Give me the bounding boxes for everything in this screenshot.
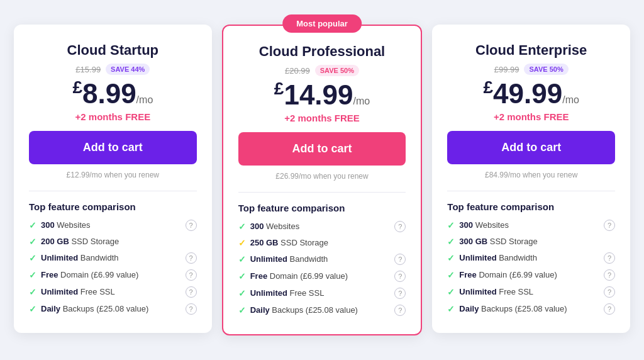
feature-text-professional-3: Free Domain (£6.99 value) (250, 271, 348, 281)
feature-left-startup-5: ✓ Daily Backups (£25.08 value) (29, 304, 148, 314)
features-title-startup: Top feature comparison (29, 201, 197, 212)
add-to-cart-button-professional[interactable]: Add to cart (238, 132, 406, 166)
feature-item-professional-4: ✓ Unlimited Free SSL ? (238, 288, 406, 299)
pricing-row-startup: £15.99 SAVE 44% (29, 64, 197, 75)
feature-text-startup-5: Daily Backups (£25.08 value) (41, 304, 148, 313)
renew-price-professional: £26.99/mo when you renew (238, 172, 406, 181)
plan-card-startup: Cloud Startup £15.99 SAVE 44% £8.99/mo +… (14, 25, 212, 333)
check-icon-professional-2: ✓ (238, 254, 246, 264)
info-icon-professional-5[interactable]: ? (394, 305, 406, 316)
feature-item-enterprise-3: ✓ Free Domain (£6.99 value) ? (447, 269, 615, 281)
check-icon-startup-0: ✓ (29, 220, 36, 230)
info-icon-startup-0[interactable]: ? (186, 220, 197, 231)
feature-text-professional-0: 300 Websites (250, 222, 300, 231)
plan-title-startup: Cloud Startup (29, 42, 197, 59)
per-mo-startup: /mo (136, 94, 153, 105)
feature-left-startup-4: ✓ Unlimited Free SSL (29, 287, 115, 297)
check-icon-professional-5: ✓ (238, 305, 246, 315)
feature-text-startup-1: 200 GB SSD Storage (41, 237, 119, 246)
renew-price-enterprise: £84.99/mo when you renew (447, 171, 615, 179)
feature-text-professional-5: Daily Backups (£25.08 value) (250, 305, 358, 315)
main-price-enterprise: £49.99/mo (447, 79, 615, 108)
feature-left-enterprise-2: ✓ Unlimited Bandwidth (447, 253, 537, 263)
pricing-row-enterprise: £99.99 SAVE 50% (447, 64, 615, 75)
save-badge-professional: SAVE 50% (315, 65, 359, 76)
info-icon-startup-4[interactable]: ? (186, 286, 197, 298)
info-icon-professional-2[interactable]: ? (394, 254, 406, 265)
feature-left-professional-2: ✓ Unlimited Bandwidth (238, 254, 328, 264)
add-to-cart-button-enterprise[interactable]: Add to cart (447, 131, 615, 164)
check-icon-enterprise-1: ✓ (447, 237, 455, 247)
feature-item-professional-3: ✓ Free Domain (£6.99 value) ? (238, 271, 406, 282)
feature-item-professional-1: ✓ 250 GB SSD Storage (238, 238, 406, 248)
feature-text-enterprise-0: 300 Websites (459, 220, 509, 230)
info-icon-enterprise-2[interactable]: ? (604, 252, 615, 264)
divider-enterprise (447, 191, 615, 191)
info-icon-professional-3[interactable]: ? (394, 271, 406, 282)
feature-item-startup-0: ✓ 300 Websites ? (29, 220, 197, 231)
feature-left-enterprise-5: ✓ Daily Backups (£25.08 value) (447, 304, 567, 314)
info-icon-enterprise-0[interactable]: ? (604, 220, 615, 231)
per-mo-enterprise: /mo (562, 94, 579, 105)
feature-item-startup-5: ✓ Daily Backups (£25.08 value) ? (29, 303, 197, 315)
currency-enterprise: £ (484, 77, 494, 97)
info-icon-enterprise-5[interactable]: ? (604, 303, 615, 315)
currency-professional: £ (274, 79, 284, 98)
check-icon-startup-5: ✓ (29, 304, 36, 314)
free-months-startup: +2 months FREE (29, 111, 197, 122)
check-icon-enterprise-0: ✓ (447, 220, 455, 230)
info-icon-startup-2[interactable]: ? (186, 252, 197, 264)
feature-text-enterprise-2: Unlimited Bandwidth (459, 253, 537, 262)
save-badge-enterprise: SAVE 50% (524, 64, 568, 75)
feature-text-startup-3: Free Domain (£6.99 value) (41, 270, 138, 279)
feature-left-enterprise-3: ✓ Free Domain (£6.99 value) (447, 270, 557, 280)
feature-left-professional-5: ✓ Daily Backups (£25.08 value) (238, 305, 358, 315)
original-price-enterprise: £99.99 (494, 65, 519, 74)
pricing-row-professional: £20.99 SAVE 50% (238, 65, 406, 76)
original-price-professional: £20.99 (285, 66, 310, 76)
feature-left-startup-3: ✓ Free Domain (£6.99 value) (29, 270, 138, 280)
plan-card-enterprise: Cloud Enterprise £99.99 SAVE 50% £49.99/… (432, 25, 630, 333)
feature-item-enterprise-1: ✓ 300 GB SSD Storage (447, 237, 615, 247)
feature-text-enterprise-5: Daily Backups (£25.08 value) (459, 304, 567, 313)
feature-left-professional-0: ✓ 300 Websites (238, 222, 300, 232)
free-months-professional: +2 months FREE (238, 113, 406, 123)
feature-left-professional-3: ✓ Free Domain (£6.99 value) (238, 271, 348, 281)
feature-item-startup-3: ✓ Free Domain (£6.99 value) ? (29, 269, 197, 281)
feature-left-enterprise-1: ✓ 300 GB SSD Storage (447, 237, 537, 247)
info-icon-professional-0[interactable]: ? (394, 221, 406, 232)
check-icon-enterprise-3: ✓ (447, 270, 455, 280)
info-icon-startup-5[interactable]: ? (186, 303, 197, 315)
info-icon-enterprise-3[interactable]: ? (604, 269, 615, 281)
feature-left-enterprise-0: ✓ 300 Websites (447, 220, 509, 230)
features-title-enterprise: Top feature comparison (447, 201, 615, 212)
feature-text-professional-2: Unlimited Bandwidth (250, 254, 328, 264)
currency-startup: £ (72, 77, 82, 97)
feature-left-enterprise-4: ✓ Unlimited Free SSL (447, 287, 533, 297)
feature-item-enterprise-2: ✓ Unlimited Bandwidth ? (447, 252, 615, 264)
feature-left-startup-0: ✓ 300 Websites (29, 220, 91, 230)
feature-item-professional-2: ✓ Unlimited Bandwidth ? (238, 254, 406, 265)
feature-item-professional-5: ✓ Daily Backups (£25.08 value) ? (238, 305, 406, 316)
info-icon-startup-3[interactable]: ? (186, 269, 197, 281)
free-months-enterprise: +2 months FREE (447, 111, 615, 122)
feature-left-professional-1: ✓ 250 GB SSD Storage (238, 238, 328, 248)
info-icon-professional-4[interactable]: ? (394, 288, 406, 299)
feature-text-enterprise-3: Free Domain (£6.99 value) (459, 270, 557, 279)
feature-item-enterprise-0: ✓ 300 Websites ? (447, 220, 615, 231)
feature-text-startup-0: 300 Websites (41, 220, 91, 230)
feature-item-startup-1: ✓ 200 GB SSD Storage (29, 237, 197, 247)
check-icon-enterprise-2: ✓ (447, 253, 455, 263)
feature-item-enterprise-5: ✓ Daily Backups (£25.08 value) ? (447, 303, 615, 315)
plan-title-professional: Cloud Professional (238, 43, 406, 60)
plan-title-enterprise: Cloud Enterprise (447, 42, 615, 59)
feature-item-professional-0: ✓ 300 Websites ? (238, 221, 406, 232)
info-icon-enterprise-4[interactable]: ? (604, 286, 615, 298)
feature-text-enterprise-4: Unlimited Free SSL (459, 287, 533, 296)
check-icon-startup-1: ✓ (29, 237, 36, 247)
feature-text-professional-1: 250 GB SSD Storage (250, 238, 328, 247)
feature-item-enterprise-4: ✓ Unlimited Free SSL ? (447, 286, 615, 298)
add-to-cart-button-startup[interactable]: Add to cart (29, 131, 197, 164)
check-icon-enterprise-5: ✓ (447, 304, 455, 314)
check-icon-startup-2: ✓ (29, 253, 36, 263)
